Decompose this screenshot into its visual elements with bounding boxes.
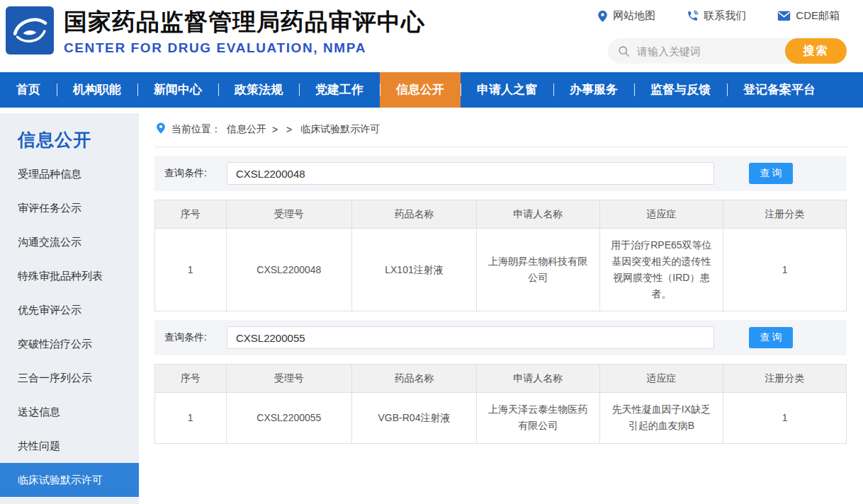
sidebar-item[interactable]: 审评任务公示 [0, 191, 139, 225]
column-header: 序号 [155, 365, 227, 393]
table-header-row: 序号受理号药品名称申请人名称适应症注册分类 [155, 365, 847, 393]
nav-item[interactable]: 信息公开 [380, 72, 461, 108]
sections-container: 查询条件: 查询 序号受理号药品名称申请人名称适应症注册分类 1CXSL2200… [154, 156, 847, 444]
search-icon [618, 45, 630, 57]
nav-item[interactable]: 党建工作 [299, 72, 380, 108]
header-quick-links: 网站地图 联系我们 CDE邮箱 [597, 9, 840, 23]
query-button[interactable]: 查询 [749, 327, 793, 348]
table-cell: CXSL2200048 [226, 229, 352, 311]
column-header: 适应症 [599, 365, 723, 393]
breadcrumb-prefix: 当前位置： [171, 123, 221, 136]
phone-icon [687, 10, 699, 22]
column-header: 受理号 [226, 365, 352, 393]
sidebar-item[interactable]: 受理品种信息 [0, 157, 139, 191]
search-input[interactable] [630, 39, 785, 63]
column-header: 适应症 [599, 200, 723, 229]
table-cell: 上海朗昇生物科技有限公司 [476, 229, 599, 311]
table-cell: 1 [155, 229, 227, 311]
result-table: 序号受理号药品名称申请人名称适应症注册分类 1CXSL2200048LX101注… [154, 200, 847, 311]
table-row: 1CXSL2200055VGB-R04注射液上海天泽云泰生物医药有限公司先天性凝… [155, 393, 847, 443]
sitemap-link[interactable]: 网站地图 [597, 9, 655, 23]
site-title-block: 国家药品监督管理局药品审评中心 CENTER FOR DRUG EVALUATI… [64, 8, 425, 56]
search-button[interactable]: 搜索 [785, 38, 847, 64]
table-cell: 上海天泽云泰生物医药有限公司 [476, 393, 599, 443]
main-nav: 首页机构职能新闻中心政策法规党建工作信息公开申请人之窗办事服务监督与反馈登记备案… [0, 72, 863, 108]
table-cell: LX101注射液 [352, 229, 477, 311]
column-header: 注册分类 [723, 200, 847, 229]
column-header: 注册分类 [723, 365, 847, 393]
sidebar-item[interactable]: 优先审评公示 [0, 293, 139, 327]
contact-us-link[interactable]: 联系我们 [687, 9, 746, 23]
column-header: 序号 [155, 200, 227, 229]
column-header: 药品名称 [352, 365, 477, 393]
query-button[interactable]: 查询 [749, 163, 793, 184]
nav-item[interactable]: 新闻中心 [137, 72, 218, 108]
sidebar-item[interactable]: 三合一序列公示 [0, 361, 139, 395]
sidebar-item[interactable]: 沟通交流公示 [0, 225, 139, 259]
sidebar-list: 受理品种信息审评任务公示沟通交流公示特殊审批品种列表优先审评公示突破性治疗公示三… [0, 157, 139, 497]
table-cell: CXSL2200055 [226, 393, 352, 443]
nav-item[interactable]: 申请人之窗 [461, 72, 553, 108]
table-cell: 1 [723, 229, 847, 311]
cde-logo[interactable] [6, 6, 54, 55]
cde-mail-link[interactable]: CDE邮箱 [777, 9, 840, 23]
nav-item[interactable]: 机构职能 [57, 72, 137, 108]
sidebar-item[interactable]: 临床试验默示许可 [0, 463, 139, 497]
sidebar: 信息公开 受理品种信息审评任务公示沟通交流公示特殊审批品种列表优先审评公示突破性… [0, 113, 139, 504]
cde-logo-swoosh-icon [9, 10, 50, 51]
query-input[interactable] [227, 162, 714, 185]
page-body: 信息公开 受理品种信息审评任务公示沟通交流公示特殊审批品种列表优先审评公示突破性… [0, 108, 863, 504]
nav-item[interactable]: 政策法规 [218, 72, 299, 108]
site-subtitle: CENTER FOR DRUG EVALUATION, NMPA [64, 40, 425, 56]
nav-item[interactable]: 登记备案平台 [727, 72, 832, 108]
contact-us-link-label: 联系我们 [704, 9, 746, 23]
main-content: 当前位置：信息公开 > > 临床试验默示许可 查询条件: 查询 序号受理号药品名… [154, 115, 847, 444]
breadcrumb: 当前位置：信息公开 > > 临床试验默示许可 [154, 115, 847, 147]
table-row: 1CXSL2200048LX101注射液上海朗昇生物科技有限公司用于治疗RPE6… [155, 229, 847, 311]
column-header: 申请人名称 [476, 200, 599, 229]
table-cell: 1 [155, 393, 227, 443]
query-input[interactable] [227, 326, 714, 349]
sidebar-item[interactable]: 特殊审批品种列表 [0, 259, 139, 293]
table-cell: 1 [723, 393, 847, 443]
query-result-section: 查询条件: 查询 序号受理号药品名称申请人名称适应症注册分类 1CXSL2200… [154, 156, 847, 311]
table-header-row: 序号受理号药品名称申请人名称适应症注册分类 [155, 200, 847, 229]
site-header: 国家药品监督管理局药品审评中心 CENTER FOR DRUG EVALUATI… [0, 0, 863, 72]
column-header: 受理号 [226, 200, 352, 229]
site-title: 国家药品监督管理局药品审评中心 [64, 8, 425, 35]
map-pin-icon [597, 10, 608, 23]
cde-mail-link-label: CDE邮箱 [796, 9, 840, 23]
breadcrumb-section-link[interactable]: 信息公开 [227, 123, 266, 136]
nav-item[interactable]: 办事服务 [553, 72, 634, 108]
column-header: 申请人名称 [476, 365, 599, 393]
result-table: 序号受理号药品名称申请人名称适应症注册分类 1CXSL2200055VGB-R0… [154, 364, 847, 443]
breadcrumb-separator: > > [272, 124, 295, 135]
site-search-bar: 搜索 [608, 38, 847, 64]
query-band: 查询条件: 查询 [154, 156, 847, 191]
sidebar-item[interactable]: 送达信息 [0, 395, 139, 429]
table-cell: 用于治疗RPE65双等位基因突变相关的遗传性视网膜变性（IRD）患者。 [599, 229, 723, 311]
table-cell: 先天性凝血因子IX缺乏引起的血友病B [599, 393, 723, 443]
sitemap-link-label: 网站地图 [613, 9, 655, 23]
breadcrumb-current: 临床试验默示许可 [300, 123, 380, 136]
query-band: 查询条件: 查询 [154, 320, 847, 355]
mail-icon [777, 11, 791, 21]
query-condition-label: 查询条件: [164, 331, 227, 344]
sidebar-item[interactable]: 共性问题 [0, 429, 139, 463]
table-cell: VGB-R04注射液 [352, 393, 477, 443]
sidebar-title: 信息公开 [0, 129, 139, 150]
sidebar-item[interactable]: 突破性治疗公示 [0, 327, 139, 361]
query-condition-label: 查询条件: [164, 167, 227, 180]
column-header: 药品名称 [352, 200, 477, 229]
nav-item[interactable]: 监督与反馈 [634, 72, 727, 108]
breadcrumb-pin-icon [156, 122, 166, 137]
nav-item[interactable]: 首页 [0, 72, 57, 108]
query-result-section: 查询条件: 查询 序号受理号药品名称申请人名称适应症注册分类 1CXSL2200… [154, 320, 847, 443]
